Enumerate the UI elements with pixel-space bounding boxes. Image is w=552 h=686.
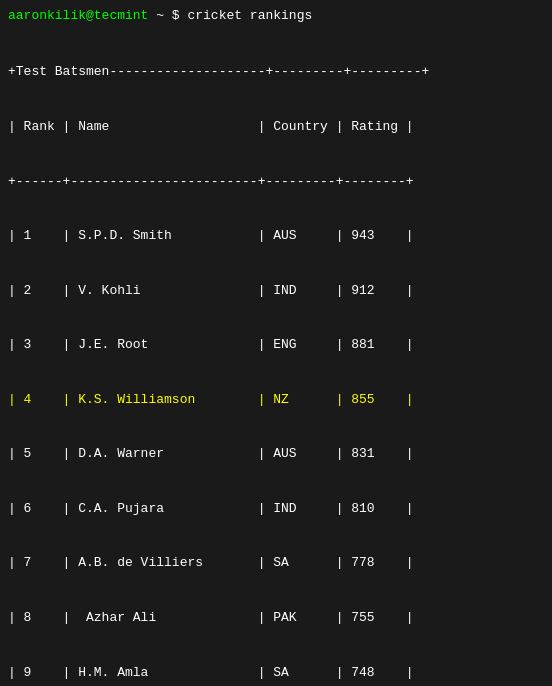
table-row: | 9 | H.M. Amla | SA | 748 | bbox=[8, 664, 544, 682]
batsmen-header: +Test Batsmen--------------------+------… bbox=[8, 63, 544, 81]
table-row: | 5 | D.A. Warner | AUS | 831 | bbox=[8, 445, 544, 463]
table-row: | 7 | A.B. de Villiers | SA | 778 | bbox=[8, 554, 544, 572]
prompt-user: aaronkilik@tecmint bbox=[8, 8, 148, 23]
prompt-command: cricket rankings bbox=[187, 8, 312, 23]
batsmen-table: +Test Batsmen--------------------+------… bbox=[8, 27, 544, 686]
table-row: | 2 | V. Kohli | IND | 912 | bbox=[8, 282, 544, 300]
prompt-dollar: $ bbox=[172, 8, 188, 23]
batsmen-separator: +------+------------------------+-------… bbox=[8, 173, 544, 191]
table-row: | 3 | J.E. Root | ENG | 881 | bbox=[8, 336, 544, 354]
prompt-tilde: ~ bbox=[148, 8, 171, 23]
terminal: aaronkilik@tecmint ~ $ cricket rankings … bbox=[8, 8, 544, 686]
table-row: | 6 | C.A. Pujara | IND | 810 | bbox=[8, 500, 544, 518]
table-row: | 4 | K.S. Williamson | NZ | 855 | bbox=[8, 391, 544, 409]
table-row: | 8 | Azhar Ali | PAK | 755 | bbox=[8, 609, 544, 627]
prompt-line: aaronkilik@tecmint ~ $ cricket rankings bbox=[8, 8, 544, 23]
table-row: | 1 | S.P.D. Smith | AUS | 943 | bbox=[8, 227, 544, 245]
batsmen-col-header: | Rank | Name | Country | Rating | bbox=[8, 118, 544, 136]
